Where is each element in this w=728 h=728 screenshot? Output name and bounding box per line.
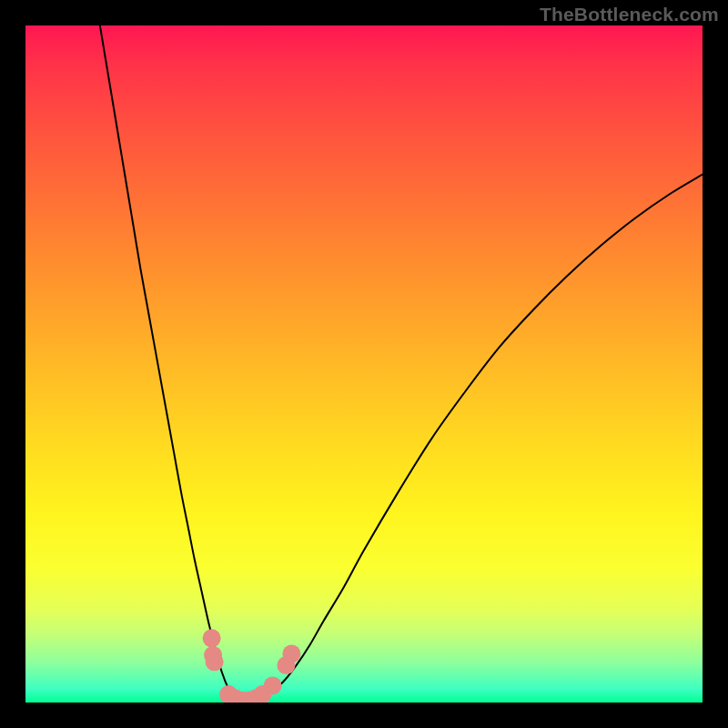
marker-point xyxy=(206,652,224,671)
bottleneck-curve xyxy=(100,25,703,703)
curve-right-arm xyxy=(242,175,703,703)
curve-left-arm xyxy=(100,25,242,703)
marker-cluster xyxy=(203,629,301,703)
chart-svg xyxy=(25,25,703,703)
marker-point xyxy=(282,644,300,662)
marker-point xyxy=(264,676,282,694)
chart-frame: TheBottleneck.com xyxy=(0,0,728,728)
marker-point xyxy=(203,629,221,647)
watermark-text: TheBottleneck.com xyxy=(540,4,719,25)
